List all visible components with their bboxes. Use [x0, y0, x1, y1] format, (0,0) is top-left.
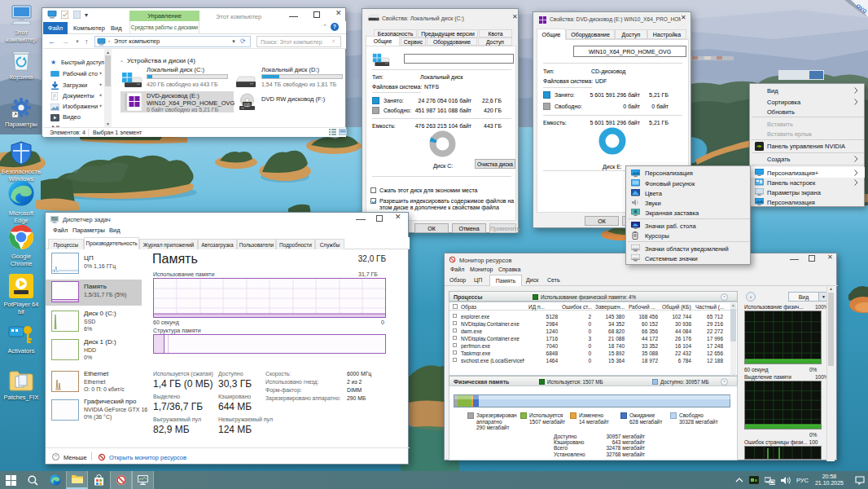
svg-text:DVD: DVD: [243, 102, 251, 106]
